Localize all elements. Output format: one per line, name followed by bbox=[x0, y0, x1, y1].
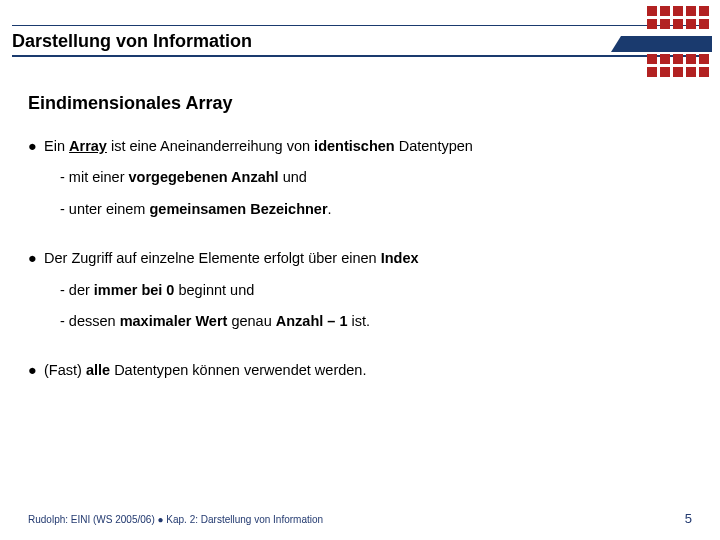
text-index: Index bbox=[381, 250, 419, 266]
logo-bar bbox=[621, 36, 712, 52]
text-alle: alle bbox=[86, 362, 110, 378]
text: Der Zugriff auf einzelne Elemente erfolg… bbox=[44, 250, 381, 266]
slide-title: Darstellung von Information bbox=[12, 31, 252, 52]
bullet-1a: - mit einer vorgegebenen Anzahl und bbox=[60, 169, 692, 186]
spacer bbox=[28, 232, 692, 250]
text: Datentypen können verwendet werden. bbox=[110, 362, 366, 378]
text: . bbox=[328, 201, 332, 217]
bullet-glyph: ● bbox=[28, 138, 40, 155]
text: genau bbox=[227, 313, 275, 329]
text: - der bbox=[60, 282, 94, 298]
text-maximaler: maximaler Wert bbox=[120, 313, 228, 329]
logo-bar-notch bbox=[611, 36, 621, 52]
logo-grid-top bbox=[647, 6, 709, 29]
bullet-glyph: ● bbox=[28, 362, 40, 379]
text: Ein bbox=[44, 138, 69, 154]
bullet-1: ● Ein Array ist eine Aneinanderreihung v… bbox=[28, 138, 692, 155]
content: ● Ein Array ist eine Aneinanderreihung v… bbox=[28, 138, 692, 394]
bullet-3: ● (Fast) alle Datentypen können verwende… bbox=[28, 362, 692, 379]
title-rule-bottom bbox=[12, 55, 708, 57]
text-identischen: identischen bbox=[314, 138, 395, 154]
spacer bbox=[28, 344, 692, 362]
text-gemeinsamen: gemeinsamen Bezeichner bbox=[149, 201, 327, 217]
text: ist. bbox=[348, 313, 371, 329]
text: - dessen bbox=[60, 313, 120, 329]
logo bbox=[627, 6, 712, 61]
footer: Rudolph: EINI (WS 2005/06) ● Kap. 2: Dar… bbox=[28, 511, 692, 526]
slide: Darstellung von Information Eindimension… bbox=[0, 0, 720, 540]
bullet-2: ● Der Zugriff auf einzelne Elemente erfo… bbox=[28, 250, 692, 267]
text: - mit einer bbox=[60, 169, 129, 185]
text: - unter einem bbox=[60, 201, 149, 217]
footer-text: Rudolph: EINI (WS 2005/06) ● Kap. 2: Dar… bbox=[28, 514, 323, 525]
text: und bbox=[279, 169, 307, 185]
logo-grid-bottom bbox=[647, 54, 709, 77]
text-immer: immer bei 0 bbox=[94, 282, 175, 298]
bullet-glyph: ● bbox=[28, 250, 40, 267]
text: beginnt und bbox=[174, 282, 254, 298]
page-number: 5 bbox=[685, 511, 692, 526]
slide-subtitle: Eindimensionales Array bbox=[28, 93, 232, 114]
bullet-1b: - unter einem gemeinsamen Bezeichner. bbox=[60, 201, 692, 218]
text: Datentypen bbox=[395, 138, 473, 154]
title-rule-top bbox=[12, 25, 708, 26]
text-vorgegebenen: vorgegebenen Anzahl bbox=[129, 169, 279, 185]
text-array: Array bbox=[69, 138, 107, 154]
text: (Fast) bbox=[44, 362, 86, 378]
text-anzahl: Anzahl – 1 bbox=[276, 313, 348, 329]
bullet-2a: - der immer bei 0 beginnt und bbox=[60, 282, 692, 299]
bullet-2b: - dessen maximaler Wert genau Anzahl – 1… bbox=[60, 313, 692, 330]
text: ist eine Aneinanderreihung von bbox=[107, 138, 314, 154]
